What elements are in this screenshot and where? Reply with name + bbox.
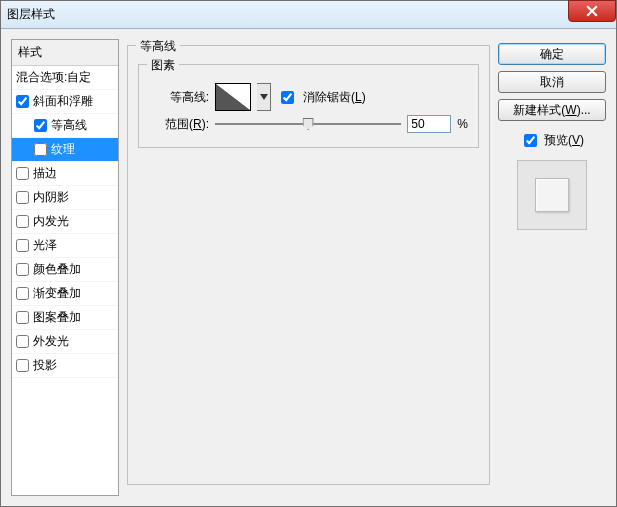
style-item[interactable]: 斜面和浮雕 <box>12 90 118 114</box>
style-label: 光泽 <box>33 237 57 254</box>
style-checkbox[interactable] <box>16 191 29 204</box>
style-item[interactable]: 等高线 <box>12 114 118 138</box>
new-style-button[interactable]: 新建样式(W)... <box>498 99 606 121</box>
style-checkbox[interactable] <box>16 287 29 300</box>
style-label: 混合选项:自定 <box>16 69 91 86</box>
style-checkbox[interactable] <box>16 335 29 348</box>
styles-header: 样式 <box>12 40 118 66</box>
styles-list: 样式 混合选项:自定斜面和浮雕等高线纹理描边内阴影内发光光泽颜色叠加渐变叠加图案… <box>11 39 119 496</box>
style-checkbox[interactable] <box>16 239 29 252</box>
contour-label: 等高线: <box>149 89 209 106</box>
range-label: 范围(R): <box>149 116 209 133</box>
style-item[interactable]: 光泽 <box>12 234 118 258</box>
chevron-down-icon <box>260 94 268 100</box>
dialog-body: 样式 混合选项:自定斜面和浮雕等高线纹理描边内阴影内发光光泽颜色叠加渐变叠加图案… <box>1 29 616 506</box>
preview-swatch <box>517 160 587 230</box>
style-checkbox[interactable] <box>16 95 29 108</box>
style-label: 斜面和浮雕 <box>33 93 93 110</box>
style-label: 渐变叠加 <box>33 285 81 302</box>
ok-button[interactable]: 确定 <box>498 43 606 65</box>
style-checkbox[interactable] <box>16 359 29 372</box>
range-unit: % <box>457 117 468 131</box>
preview-checkbox[interactable] <box>524 134 537 147</box>
style-item[interactable]: 内发光 <box>12 210 118 234</box>
style-checkbox[interactable] <box>16 215 29 228</box>
preview-inner <box>535 178 569 212</box>
contour-group: 等高线 图素 等高线: 消除锯齿(L) 范围(R): <box>127 45 490 485</box>
style-label: 等高线 <box>51 117 87 134</box>
style-label: 内阴影 <box>33 189 69 206</box>
style-item[interactable]: 混合选项:自定 <box>12 66 118 90</box>
settings-panel: 等高线 图素 等高线: 消除锯齿(L) 范围(R): <box>127 39 490 496</box>
cancel-button[interactable]: 取消 <box>498 71 606 93</box>
style-item[interactable]: 颜色叠加 <box>12 258 118 282</box>
button-column: 确定 取消 新建样式(W)... 预览(V) <box>498 39 606 496</box>
style-checkbox[interactable] <box>16 311 29 324</box>
style-checkbox[interactable] <box>34 119 47 132</box>
range-row: 范围(R): % <box>149 115 468 133</box>
elements-group-legend: 图素 <box>147 57 179 74</box>
contour-row: 等高线: 消除锯齿(L) <box>149 83 468 111</box>
style-checkbox[interactable] <box>16 167 29 180</box>
elements-group: 图素 等高线: 消除锯齿(L) 范围(R): <box>138 64 479 148</box>
antialias-label[interactable]: 消除锯齿(L) <box>303 89 366 106</box>
style-label: 图案叠加 <box>33 309 81 326</box>
style-item[interactable]: 图案叠加 <box>12 306 118 330</box>
titlebar: 图层样式 <box>1 1 616 29</box>
style-item[interactable]: 外发光 <box>12 330 118 354</box>
style-checkbox[interactable] <box>34 143 47 156</box>
style-label: 外发光 <box>33 333 69 350</box>
preview-toggle-row: 预览(V) <box>498 131 606 150</box>
contour-picker[interactable] <box>215 83 251 111</box>
contour-group-legend: 等高线 <box>136 38 180 55</box>
style-label: 内发光 <box>33 213 69 230</box>
layer-style-dialog: 图层样式 样式 混合选项:自定斜面和浮雕等高线纹理描边内阴影内发光光泽颜色叠加渐… <box>0 0 617 507</box>
close-icon <box>586 5 598 17</box>
window-title: 图层样式 <box>7 6 55 23</box>
style-item[interactable]: 内阴影 <box>12 186 118 210</box>
range-slider[interactable] <box>215 123 401 125</box>
style-item[interactable]: 纹理 <box>12 138 118 162</box>
range-input[interactable] <box>407 115 451 133</box>
style-checkbox[interactable] <box>16 263 29 276</box>
style-item[interactable]: 投影 <box>12 354 118 378</box>
style-label: 纹理 <box>51 141 75 158</box>
style-item[interactable]: 渐变叠加 <box>12 282 118 306</box>
contour-dropdown-arrow[interactable] <box>257 83 271 111</box>
close-button[interactable] <box>568 0 616 22</box>
preview-label[interactable]: 预览(V) <box>544 132 584 149</box>
style-item[interactable]: 描边 <box>12 162 118 186</box>
style-label: 投影 <box>33 357 57 374</box>
antialias-checkbox[interactable] <box>281 91 294 104</box>
style-label: 颜色叠加 <box>33 261 81 278</box>
style-label: 描边 <box>33 165 57 182</box>
